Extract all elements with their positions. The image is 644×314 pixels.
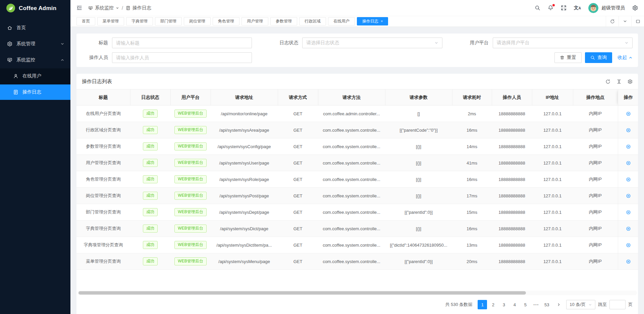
tab-item[interactable]: 在线用户 — [328, 17, 355, 25]
breadcrumb-separator: / — [122, 5, 123, 11]
view-detail-button[interactable] — [625, 160, 632, 166]
settings-button[interactable] — [632, 5, 638, 11]
sidebar-item-operation-log[interactable]: 操作日志 — [0, 84, 70, 100]
page-button[interactable]: 5 — [521, 300, 530, 309]
notification-bell-button[interactable] — [548, 5, 553, 11]
search-button[interactable]: 查询 — [585, 52, 612, 63]
user-menu[interactable]: 超级管理员 — [588, 3, 625, 13]
refresh-table-button[interactable] — [605, 79, 610, 84]
search-button[interactable] — [535, 5, 540, 11]
sidebar-item-online-users[interactable]: 在线用户 — [0, 68, 70, 84]
view-detail-button[interactable] — [625, 242, 632, 248]
tab-item[interactable]: 菜单管理 — [97, 17, 124, 25]
cell-request-url: /api/system/sysDept/page — [211, 204, 278, 221]
tab-item[interactable]: 用户管理 — [241, 17, 268, 25]
platform-tag: WEB管理后台 — [174, 241, 206, 249]
cell-request-url: /api/system/sysDictItem/pa... — [211, 237, 278, 253]
translate-button[interactable]: 文A — [574, 5, 581, 11]
page-button[interactable]: 4 — [510, 300, 519, 309]
cell-handler: com.coffee.system.controlle... — [318, 155, 385, 171]
page-size-select[interactable]: 10 条/页 — [566, 300, 595, 309]
jump-page-input[interactable] — [609, 300, 626, 309]
table-row: 菜单管理分页查询 成功 WEB管理后台 /api/system/sysMenu/… — [76, 253, 638, 270]
cell-title: 部门管理分页查询 — [76, 204, 130, 221]
view-detail-button[interactable] — [625, 193, 632, 199]
operator-input[interactable] — [112, 52, 252, 63]
page-button[interactable]: 3 — [499, 300, 508, 309]
breadcrumb-parent[interactable]: 系统监控 — [88, 5, 119, 11]
density-button[interactable] — [616, 79, 622, 84]
view-detail-button[interactable] — [625, 258, 632, 265]
view-detail-button[interactable] — [625, 176, 632, 183]
cell-ip: 127.0.0.1 — [532, 122, 573, 138]
title-input[interactable] — [112, 38, 252, 48]
cell-ip: 127.0.0.1 — [532, 171, 573, 188]
status-tag: 成功 — [143, 175, 158, 183]
log-status-label: 日志状态 — [272, 40, 298, 46]
platform-tag: WEB管理后台 — [174, 142, 206, 150]
gear-icon — [632, 5, 638, 11]
cell-duration: 16ms — [452, 171, 492, 188]
tab-item[interactable]: 部门管理 — [155, 17, 182, 25]
cell-ip: 127.0.0.1 — [532, 138, 573, 155]
log-status-select[interactable]: 请选择日志状态 — [302, 38, 442, 48]
view-detail-button[interactable] — [625, 209, 632, 215]
view-detail-button[interactable] — [625, 226, 632, 232]
tab-item[interactable]: 行政区域 — [299, 17, 326, 25]
view-detail-button[interactable] — [625, 127, 632, 133]
cell-duration: 13ms — [452, 237, 492, 253]
eye-icon — [626, 210, 631, 215]
tab-list-dropdown-button[interactable] — [619, 16, 631, 26]
sidebar-submenu-monitor: 在线用户 操作日志 — [0, 68, 70, 100]
sidebar-item-system-monitor[interactable]: 系统监控 — [0, 52, 70, 68]
table-settings-button[interactable] — [628, 79, 633, 84]
platform-select[interactable]: 请选择用户平台 — [493, 38, 633, 48]
app-logo: Coffee Admin — [0, 0, 70, 17]
status-tag: 成功 — [143, 159, 158, 167]
next-page-button[interactable] — [554, 300, 564, 309]
collapse-sidebar-button[interactable] — [76, 5, 82, 11]
page-button[interactable]: 1 — [478, 300, 487, 309]
table-row: 字典项管理分页查询 成功 WEB管理后台 /api/system/sysDict… — [76, 237, 638, 253]
collapse-filter-link[interactable]: 收起 — [618, 55, 633, 61]
page-button[interactable]: 2 — [488, 300, 498, 309]
tab-item[interactable]: 岗位管理 — [184, 17, 211, 25]
view-detail-button[interactable] — [625, 111, 632, 117]
reset-button[interactable]: 重置 — [554, 52, 582, 63]
tab-close-icon[interactable]: × — [381, 19, 383, 23]
username: 超级管理员 — [601, 5, 625, 11]
log-icon — [13, 89, 18, 95]
page-button[interactable]: ••• — [531, 300, 541, 309]
cell-handler: com.coffee.system.controlle... — [318, 138, 385, 155]
horizontal-scrollbar[interactable] — [77, 291, 637, 295]
sidebar-item-home[interactable]: 首页 — [0, 20, 70, 36]
fullscreen-button[interactable] — [561, 5, 567, 11]
cell-request-url: /api/system/sysArea/page — [211, 122, 278, 138]
pagination-total: 共 530 条数据 — [445, 302, 472, 308]
page-button[interactable]: 53 — [542, 300, 551, 309]
tab-refresh-button[interactable] — [606, 16, 619, 26]
tab-item[interactable]: 字典管理 — [126, 17, 153, 25]
sidebar-item-system-management[interactable]: 系统管理 — [0, 36, 70, 52]
cell-ip: 127.0.0.1 — [532, 237, 573, 253]
column-header: 操作地点 — [573, 89, 618, 106]
status-tag: 成功 — [143, 257, 158, 265]
tab-maximize-button[interactable] — [631, 16, 644, 26]
column-header: 操作 — [618, 89, 638, 106]
platform-label: 用户平台 — [463, 40, 489, 46]
eye-icon — [626, 128, 631, 133]
platform-tag: WEB管理后台 — [174, 175, 206, 183]
table-empty-space — [76, 270, 638, 291]
view-detail-button[interactable] — [625, 143, 632, 150]
cell-operator: 18888888888 — [492, 138, 532, 155]
cell-operator: 18888888888 — [492, 171, 532, 188]
tab-item[interactable]: 参数管理 — [270, 17, 297, 25]
cell-request-method: GET — [278, 204, 318, 221]
tab-item[interactable]: 角色管理 — [213, 17, 239, 25]
user-icon — [13, 73, 18, 79]
column-header: 标题 — [76, 89, 130, 106]
tab-item[interactable]: 首页 — [76, 17, 95, 25]
scrollbar-thumb[interactable] — [78, 291, 526, 295]
cell-params: [{}] — [385, 138, 452, 155]
tab-item[interactable]: 操作日志 × — [357, 17, 388, 25]
